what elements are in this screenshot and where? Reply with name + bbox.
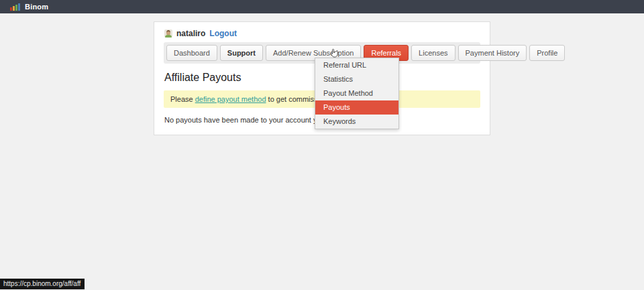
status-url-tooltip: https://cp.binom.org/aff/aff	[0, 279, 85, 289]
menu-item-payouts[interactable]: Payouts	[315, 100, 398, 115]
tab-support[interactable]: Support	[220, 45, 263, 61]
menu-item-statistics[interactable]: Statistics	[315, 72, 398, 86]
tab-profile[interactable]: Profile	[529, 45, 565, 61]
referrals-dropdown-menu: Referral URL Statistics Payout Method Pa…	[315, 58, 399, 129]
menu-item-payout-method[interactable]: Payout Method	[315, 86, 398, 100]
tab-dashboard[interactable]: Dashboard	[166, 45, 217, 61]
brand-title: Binom	[25, 3, 48, 11]
binom-logo-icon	[10, 3, 20, 11]
notice-text-prefix: Please	[170, 95, 195, 103]
account-row: nataliro Logout	[164, 27, 480, 42]
logout-link[interactable]: Logout	[209, 29, 237, 38]
menu-item-keywords[interactable]: Keywords	[315, 115, 398, 129]
top-bar: Binom	[0, 0, 644, 13]
user-avatar-icon	[164, 29, 172, 38]
define-payout-method-link[interactable]: define payout method	[195, 95, 266, 103]
username: nataliro	[176, 29, 205, 38]
menu-item-referral-url[interactable]: Referral URL	[315, 58, 398, 72]
tab-payment-history[interactable]: Payment History	[458, 45, 527, 61]
tab-licenses[interactable]: Licenses	[411, 45, 455, 61]
